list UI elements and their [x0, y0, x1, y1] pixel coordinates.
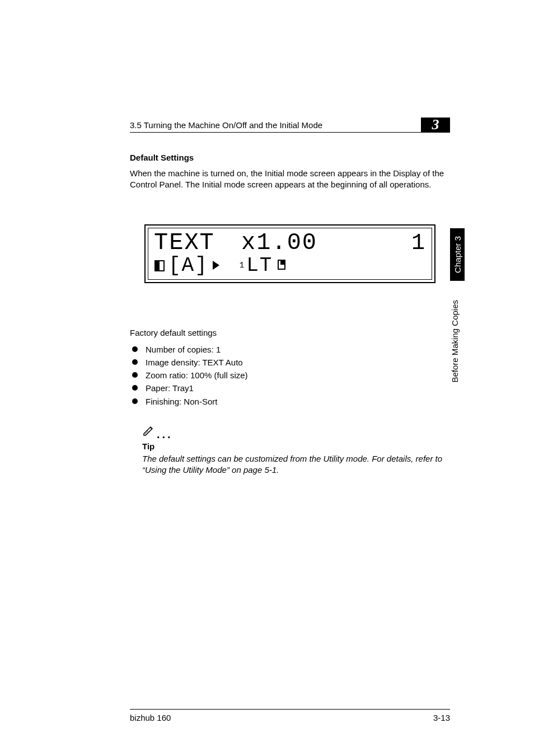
section-tab: Before Making Copies [450, 292, 465, 391]
page-footer: bizhub 160 3-13 [130, 709, 450, 722]
svg-marker-2 [213, 261, 219, 270]
tip-label: Tip [142, 442, 450, 451]
svg-rect-1 [155, 261, 160, 271]
page-number: 3-13 [433, 713, 450, 722]
side-tabs: Chapter 3 Before Making Copies [450, 228, 465, 390]
pencil-icon [142, 424, 156, 439]
list-item: Finishing: Non-Sort [132, 395, 450, 408]
lcd-mode: TEXT [154, 229, 215, 256]
page: 3.5 Turning the Machine On/Off and the I… [0, 0, 534, 756]
lcd-line-1: TEXT x1.00 1 [154, 229, 426, 256]
lcd-line-2: [A] 1 LT [154, 254, 426, 277]
settings-list: Number of copies: 1 Image density: TEXT … [132, 343, 450, 408]
list-item: Zoom ratio: 100% (full size) [132, 369, 450, 382]
tip-block: ... Tip The default settings can be cust… [142, 424, 450, 476]
lcd-paper-size: LT [246, 254, 273, 277]
density-icon [154, 257, 168, 273]
page-header: 3.5 Turning the Machine On/Off and the I… [130, 118, 450, 133]
lcd-density-value: [A] [168, 254, 208, 277]
product-name: bizhub 160 [130, 713, 171, 722]
tip-text: The default settings can be customized f… [142, 453, 450, 476]
orientation-icon [277, 259, 287, 271]
chapter-tab: Chapter 3 [450, 228, 465, 281]
intro-paragraph: When the machine is turned on, the Initi… [130, 168, 450, 191]
list-item: Paper: Tray1 [132, 382, 450, 395]
svg-rect-4 [280, 260, 285, 265]
default-settings-heading: Default Settings [130, 153, 450, 162]
lcd-zoom: x1.00 [241, 229, 317, 256]
lcd-display: TEXT x1.00 1 [A] 1 [144, 224, 435, 283]
tip-dots: ... [157, 430, 173, 438]
section-title: 3.5 Turning the Machine On/Off and the I… [130, 120, 322, 130]
tip-icon-row: ... [142, 424, 450, 439]
lcd-copies: 1 [411, 231, 426, 256]
arrow-icon [212, 260, 222, 271]
list-item: Image density: TEXT Auto [132, 356, 450, 369]
lcd-tray-number: 1 [240, 261, 245, 270]
chapter-number-badge: 3 [421, 118, 450, 132]
list-item: Number of copies: 1 [132, 343, 450, 356]
factory-defaults-heading: Factory default settings [130, 328, 450, 337]
lcd-inner: TEXT x1.00 1 [A] 1 [148, 228, 432, 280]
